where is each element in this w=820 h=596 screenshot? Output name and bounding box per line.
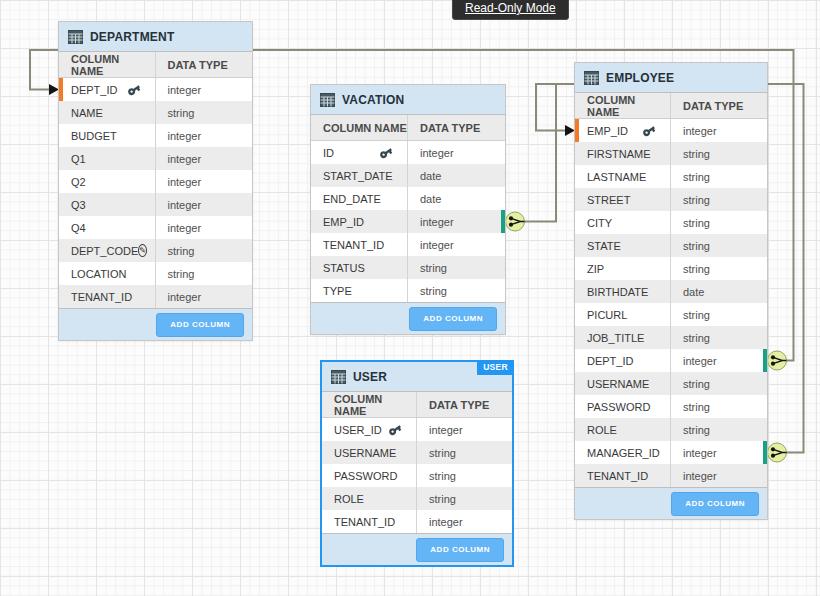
column-name-cell: MANAGER_ID [575, 441, 671, 464]
column-type-cell: string [671, 188, 767, 211]
column-row-q2[interactable]: Q2integer [59, 170, 252, 193]
table-title: DEPARTMENT [90, 30, 174, 44]
column-row-emp_id[interactable]: EMP_IDinteger [575, 119, 767, 142]
column-name-header: COLUMN NAME [311, 115, 408, 140]
arrow-department-deptid [49, 84, 59, 95]
column-type-cell: string [671, 372, 767, 395]
column-type-cell: integer [408, 210, 505, 233]
column-name-text: TENANT_ID [587, 470, 648, 482]
column-row-picurl[interactable]: PICURLstring [575, 303, 767, 326]
column-name-text: ID [323, 147, 334, 159]
column-row-lastname[interactable]: LASTNAMEstring [575, 165, 767, 188]
column-row-q4[interactable]: Q4integer [59, 216, 252, 239]
column-name-text: START_DATE [323, 170, 393, 182]
column-row-q3[interactable]: Q3integer [59, 193, 252, 216]
column-name-cell: Q4 [59, 216, 156, 239]
column-row-start_date[interactable]: START_DATEdate [311, 164, 505, 187]
column-type-cell: string [671, 257, 767, 280]
column-row-role[interactable]: ROLEstring [575, 418, 767, 441]
data-type-header: DATA TYPE [417, 392, 512, 417]
column-type-cell: string [408, 256, 505, 279]
column-row-id[interactable]: IDinteger [311, 141, 505, 164]
column-type-cell: string [156, 101, 253, 124]
column-row-city[interactable]: CITYstring [575, 211, 767, 234]
primary-key-icon [642, 124, 656, 138]
column-row-manager_id[interactable]: MANAGER_IDinteger [575, 441, 767, 464]
table-icon [320, 93, 335, 107]
connector-vacation-empid[interactable] [506, 212, 525, 231]
table-vacation-header[interactable]: VACATION [311, 85, 505, 115]
column-name-text: Q4 [71, 222, 86, 234]
column-row-user_id[interactable]: USER_IDinteger [322, 418, 512, 441]
table-employee[interactable]: EMPLOYEE COLUMN NAME DATA TYPE EMP_IDint… [575, 63, 767, 519]
column-name-cell: Q2 [59, 170, 156, 193]
column-row-birthdate[interactable]: BIRTHDATEdate [575, 280, 767, 303]
add-column-button[interactable]: ADD COLUMN [671, 492, 759, 516]
column-row-budget[interactable]: BUDGETinteger [59, 124, 252, 147]
column-row-password[interactable]: PASSWORDstring [322, 464, 512, 487]
column-name-text: PASSWORD [334, 470, 397, 482]
column-type-cell: string [671, 326, 767, 349]
column-row-dept_id[interactable]: DEPT_IDinteger [575, 349, 767, 372]
column-name-header: COLUMN NAME [575, 93, 671, 118]
column-name-header: COLUMN NAME [59, 52, 156, 77]
column-name-text: USER_ID [334, 424, 382, 436]
connector-employee-managerid[interactable] [768, 443, 787, 462]
column-row-dept_code[interactable]: DEPT_CODE✎string [59, 239, 252, 262]
column-type-cell: integer [156, 170, 253, 193]
column-name-text: BUDGET [71, 130, 117, 142]
column-name-cell: Q3 [59, 193, 156, 216]
column-name-cell: USERNAME [322, 441, 417, 464]
column-row-dept_id[interactable]: DEPT_IDinteger [59, 78, 252, 101]
schema-canvas[interactable]: Read-Only Mode DEPARTMENT COLUMN NAME DA… [0, 0, 820, 596]
column-name-cell: CITY [575, 211, 671, 234]
column-row-job_title[interactable]: JOB_TITLEstring [575, 326, 767, 349]
column-row-state[interactable]: STATEstring [575, 234, 767, 257]
column-row-location[interactable]: LOCATIONstring [59, 262, 252, 285]
column-type-cell: string [417, 441, 512, 464]
column-row-role[interactable]: ROLEstring [322, 487, 512, 510]
column-row-tenant_id[interactable]: TENANT_IDinteger [59, 285, 252, 308]
column-name-cell: DEPT_ID [59, 78, 156, 101]
column-row-tenant_id[interactable]: TENANT_IDinteger [575, 464, 767, 487]
table-footer: ADD COLUMN [311, 302, 505, 334]
column-type-cell: integer [156, 78, 253, 101]
add-column-button[interactable]: ADD COLUMN [156, 313, 244, 337]
column-row-name[interactable]: NAMEstring [59, 101, 252, 124]
data-type-header: DATA TYPE [671, 93, 767, 118]
add-column-button[interactable]: ADD COLUMN [409, 307, 497, 331]
column-row-type[interactable]: TYPEstring [311, 279, 505, 302]
column-type-cell: integer [408, 141, 505, 164]
column-name-text: Q3 [71, 199, 86, 211]
column-name-cell: EMP_ID [575, 119, 671, 142]
column-name-text: PASSWORD [587, 401, 650, 413]
column-name-cell: START_DATE [311, 164, 408, 187]
column-row-username[interactable]: USERNAMEstring [575, 372, 767, 395]
column-name-text: MANAGER_ID [587, 447, 660, 459]
column-name-text: TYPE [323, 285, 352, 297]
connector-employee-deptid[interactable] [768, 351, 787, 370]
table-department[interactable]: DEPARTMENT COLUMN NAME DATA TYPE DEPT_ID… [59, 22, 252, 340]
column-row-firstname[interactable]: FIRSTNAMEstring [575, 142, 767, 165]
add-column-button[interactable]: ADD COLUMN [416, 538, 504, 562]
column-row-status[interactable]: STATUSstring [311, 256, 505, 279]
arrow-employee-empid [565, 125, 575, 136]
key-icon-glyph [388, 423, 402, 437]
column-row-end_date[interactable]: END_DATEdate [311, 187, 505, 210]
column-row-tenant_id[interactable]: TENANT_IDinteger [322, 510, 512, 533]
column-row-emp_id[interactable]: EMP_IDinteger [311, 210, 505, 233]
table-vacation[interactable]: VACATION COLUMN NAME DATA TYPE IDinteger… [311, 85, 505, 334]
table-department-header[interactable]: DEPARTMENT [59, 22, 252, 52]
table-footer: ADD COLUMN [59, 308, 252, 340]
column-row-street[interactable]: STREETstring [575, 188, 767, 211]
column-name-text: STREET [587, 194, 630, 206]
column-row-password[interactable]: PASSWORDstring [575, 395, 767, 418]
table-icon-glyph [68, 30, 83, 44]
table-user[interactable]: USER USER COLUMN NAME DATA TYPE USER_IDi… [320, 360, 514, 567]
column-type-cell: string [671, 395, 767, 418]
column-row-tenant_id[interactable]: TENANT_IDinteger [311, 233, 505, 256]
column-row-q1[interactable]: Q1integer [59, 147, 252, 170]
column-row-username[interactable]: USERNAMEstring [322, 441, 512, 464]
table-employee-header[interactable]: EMPLOYEE [575, 63, 767, 93]
column-row-zip[interactable]: ZIPstring [575, 257, 767, 280]
